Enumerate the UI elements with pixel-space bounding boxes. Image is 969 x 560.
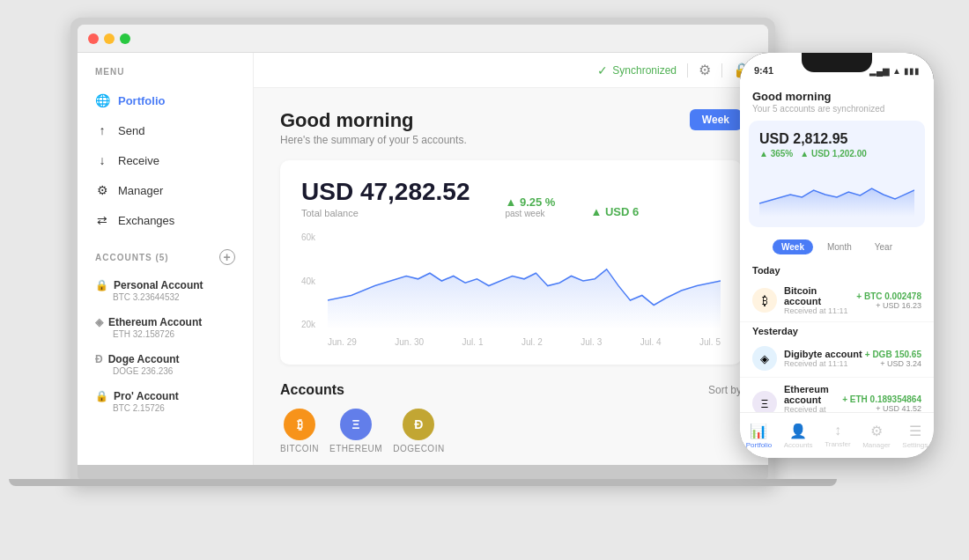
phone-stat1: ▲ 365% xyxy=(759,149,793,158)
ethereum-tx-amount: + ETH 0.189354864 + USD 41.52 xyxy=(842,394,921,413)
greeting-sub: Here's the summary of your 5 accounts. xyxy=(280,134,467,146)
account-item-ethereum[interactable]: ◈ Ethereum Account ETH 32.158726 xyxy=(78,309,253,346)
y-label-60k: 60k xyxy=(301,232,315,242)
nav-portfolio-icon: 📊 xyxy=(750,423,767,439)
chip-dogecoin[interactable]: Ð DOGECOIN xyxy=(393,409,444,453)
phone: 9:41 ▂▄▆ ▲ ▮▮▮ Good morning Your 5 accou… xyxy=(740,53,934,458)
sidebar-item-label: Manager xyxy=(118,184,163,197)
laptop-content: MENU 🌐 Portfolio ↑ Send ↓ Receive xyxy=(78,53,768,465)
sidebar-item-label: Portfolio xyxy=(118,94,165,107)
dogecoin-chip-label: DOGECOIN xyxy=(393,444,444,453)
phone-greeting: Good morning xyxy=(752,90,921,103)
stat1-label: past week xyxy=(505,209,555,218)
close-button[interactable] xyxy=(88,33,99,44)
topbar: ✓ Synchronized ⚙ 🔒 xyxy=(254,53,768,88)
main-area: ✓ Synchronized ⚙ 🔒 G xyxy=(254,53,768,465)
stat1-block: ▲ 9.25 % past week xyxy=(505,195,555,218)
x-label-6: Jul. 5 xyxy=(699,337,721,347)
sort-label: Sort by xyxy=(708,384,742,396)
phone-header: Good morning Your 5 accounts are synchro… xyxy=(740,79,934,121)
tx-ethereum[interactable]: Ξ Ethereum account Received at 11:11 + E… xyxy=(740,378,934,412)
phone-balance: USD 2,812.95 xyxy=(759,131,914,147)
minimize-button[interactable] xyxy=(104,33,115,44)
week-button[interactable]: Week xyxy=(690,109,742,130)
period-tab-week[interactable]: Week xyxy=(773,239,813,254)
chart-x-labels: Jun. 29 Jun. 30 Jul. 1 Jul. 2 Jul. 3 Jul… xyxy=(328,337,721,347)
phone-bottom-nav: 📊 Portfolio 👤 Accounts ↕ Transfer ⚙ Mana… xyxy=(740,412,934,458)
y-label-20k: 20k xyxy=(301,320,315,329)
add-account-button[interactable]: + xyxy=(219,249,235,265)
bitcoin-tx-icon: ₿ xyxy=(752,288,777,313)
battery-icon: ▮▮▮ xyxy=(904,66,920,76)
chart-svg-wrap xyxy=(328,232,721,329)
laptop-screen: MENU 🌐 Portfolio ↑ Send ↓ Receive xyxy=(78,25,768,465)
dogecoin-chip-icon: Ð xyxy=(403,409,434,440)
x-label-2: Jul. 1 xyxy=(462,337,484,347)
ethereum-chip-label: ETHEREUM xyxy=(329,444,382,453)
period-tab-month[interactable]: Month xyxy=(818,239,861,254)
balance-block: USD 47,282.52 Total balance xyxy=(301,178,470,218)
ethereum-tx-icon: Ξ xyxy=(752,391,777,412)
phone-chart-svg xyxy=(759,164,914,217)
sync-icon: ✓ xyxy=(597,63,608,77)
x-label-5: Jul. 4 xyxy=(640,337,662,347)
phone-nav-portfolio[interactable]: 📊 Portfolio xyxy=(746,423,772,449)
y-label-40k: 40k xyxy=(301,276,315,286)
nav-transfer-icon: ↕ xyxy=(834,423,841,438)
ethereum-icon: ◈ xyxy=(95,316,103,328)
settings-icon[interactable]: ⚙ xyxy=(699,62,711,78)
laptop-body: MENU 🌐 Portfolio ↑ Send ↓ Receive xyxy=(70,18,775,486)
phone-balance-card: USD 2,812.95 ▲ 365% ▲ USD 1,202.00 xyxy=(749,121,925,227)
portfolio-icon: 🌐 xyxy=(95,93,109,107)
ethereum-tx-info: Ethereum account Received at 11:11 xyxy=(784,384,842,412)
nav-manager-label: Manager xyxy=(862,441,891,449)
tx-digibyte[interactable]: ◈ Digibyte account Received at 11:11 + D… xyxy=(740,340,934,378)
phone-nav-settings[interactable]: ☰ Settings xyxy=(902,423,928,449)
period-tab-year[interactable]: Year xyxy=(866,239,901,254)
section-today: Today xyxy=(740,262,934,279)
sidebar-item-receive[interactable]: ↓ Receive xyxy=(78,145,253,175)
balance-card: USD 47,282.52 Total balance ▲ 9.25 % pas… xyxy=(280,160,742,365)
laptop-foot xyxy=(9,479,838,486)
sidebar-item-send[interactable]: ↑ Send xyxy=(78,115,253,145)
chip-ethereum[interactable]: Ξ ETHEREUM xyxy=(329,409,382,453)
topbar-divider2 xyxy=(721,63,722,77)
phone-stat2: ▲ USD 1,202.00 xyxy=(800,149,867,158)
tx-bitcoin[interactable]: ₿ Bitcoin account Received at 11:11 + BT… xyxy=(740,279,934,322)
manager-icon: ⚙ xyxy=(95,183,109,197)
phone-period-tabs: Week Month Year xyxy=(749,239,925,254)
receive-icon: ↓ xyxy=(95,153,109,167)
sidebar-item-label: Send xyxy=(118,124,144,137)
nav-settings-label: Settings xyxy=(902,441,928,449)
phone-chart xyxy=(759,164,914,217)
nav-portfolio-label: Portfolio xyxy=(746,441,772,449)
account-item-doge[interactable]: Ð Doge Account DOGE 236.236 xyxy=(78,346,253,383)
greeting-row: Good morning Here's the summary of your … xyxy=(280,109,742,146)
phone-nav-manager[interactable]: ⚙ Manager xyxy=(862,423,891,449)
sidebar-item-portfolio[interactable]: 🌐 Portfolio xyxy=(78,85,253,115)
x-label-1: Jun. 30 xyxy=(395,337,424,347)
digibyte-tx-icon: ◈ xyxy=(752,346,777,371)
maximize-button[interactable] xyxy=(120,33,130,44)
sidebar-item-exchanges[interactable]: ⇄ Exchanges xyxy=(78,205,253,235)
account-item-pro[interactable]: 🔒 Pro' Account BTC 2.15726 xyxy=(78,383,253,420)
accounts-section: Accounts Sort by ₿ BITCOIN Ξ xyxy=(280,382,742,453)
laptop-titlebar xyxy=(78,25,768,53)
phone-sub: Your 5 accounts are synchronized xyxy=(752,104,921,114)
balance-row: USD 47,282.52 Total balance ▲ 9.25 % pas… xyxy=(301,178,721,218)
phone-nav-transfer[interactable]: ↕ Transfer xyxy=(825,423,851,448)
stat1-value: ▲ 9.25 % xyxy=(505,195,555,209)
nav-accounts-icon: 👤 xyxy=(789,423,807,439)
phone-screen: Good morning Your 5 accounts are synchro… xyxy=(740,79,934,458)
balance-label: Total balance xyxy=(301,208,470,218)
phone-nav-accounts[interactable]: 👤 Accounts xyxy=(784,423,813,449)
laptop-base xyxy=(78,465,768,479)
x-label-4: Jul. 3 xyxy=(581,337,602,347)
account-item-personal[interactable]: 🔒 Personal Account BTC 3.23644532 xyxy=(78,272,253,309)
send-icon: ↑ xyxy=(95,123,109,137)
sidebar-item-manager[interactable]: ⚙ Manager xyxy=(78,175,253,205)
sidebar-item-label: Receive xyxy=(118,154,159,167)
ethereum-chip-icon: Ξ xyxy=(340,409,372,440)
wifi-icon: ▲ xyxy=(892,66,901,76)
chip-bitcoin[interactable]: ₿ BITCOIN xyxy=(280,409,319,453)
